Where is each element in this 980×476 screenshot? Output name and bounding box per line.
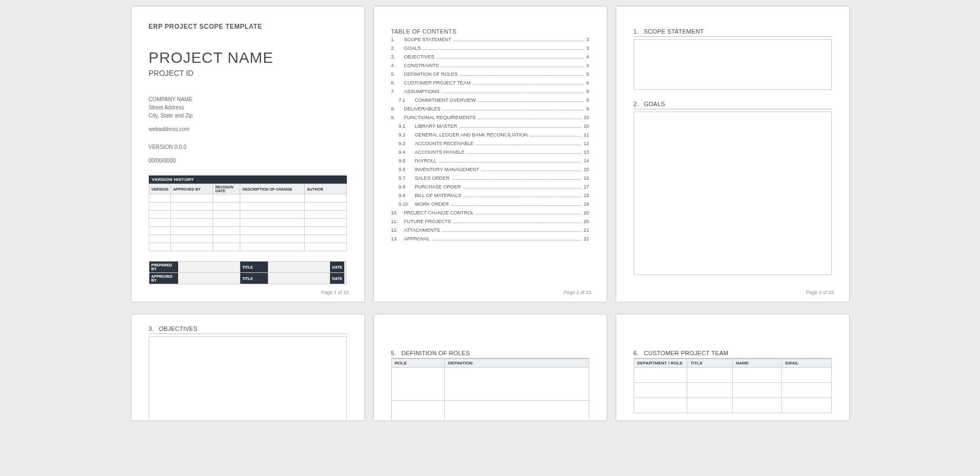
toc-label: FUTURE PROJECTS [404, 219, 451, 224]
toc-leader [463, 188, 582, 188]
page-5-roles: 5. DEFINITION OF ROLES ROLE DEFINITION [374, 315, 607, 420]
toc-entry: 3.OBJECTIVES4 [391, 54, 589, 61]
toc-page: 13 [583, 149, 589, 155]
toc-leader [423, 49, 584, 50]
street-address: Street Address [149, 105, 347, 110]
team-col-name: NAME [732, 359, 781, 368]
toc-number: 9.9 [391, 193, 415, 198]
toc-label: PROJECT CHANGE CONTROL [404, 210, 474, 216]
prepared-date-label: DATE [330, 262, 345, 273]
table-row [634, 398, 831, 413]
approved-title-label: TITLE [240, 273, 268, 284]
toc-number: 9.5 [391, 158, 415, 164]
page-footer: Page 2 of 23 [563, 290, 591, 295]
toc-title: TABLE OF CONTENTS [391, 28, 589, 35]
version-history-title: VERSION HISTORY [149, 175, 347, 184]
toc-page: 15 [583, 167, 589, 172]
toc-leader [437, 58, 584, 58]
toc-entry: 8.DELIVERABLES9 [391, 106, 589, 113]
section-objectives-heading: 3. OBJECTIVES [149, 325, 347, 334]
toc-entry: 1.SCOPE STATEMENT3 [391, 37, 589, 43]
version-history-table: VERSION APPROVED BY REVISION DATE DESCRI… [149, 184, 347, 251]
section-number: 2. [634, 101, 639, 107]
toc-entry: 9.7SALES ORDER16 [391, 175, 589, 182]
toc-number: 9.2 [391, 132, 415, 138]
toc-label: SALES ORDER [415, 175, 450, 181]
toc-leader [453, 223, 582, 223]
roles-table: ROLE DEFINITION [391, 358, 589, 420]
toc-label: GOALS [404, 45, 421, 51]
toc-page: 16 [583, 175, 589, 181]
toc-page: 22 [583, 236, 589, 242]
toc-list: 1.SCOPE STATEMENT32.GOALS33.OBJECTIVES44… [391, 37, 589, 243]
toc-label: INVENTORY MANAGEMENT [415, 167, 479, 172]
table-row [149, 194, 346, 203]
toc-leader [442, 231, 582, 232]
toc-entry: 5.DEFINITION OF ROLES5 [391, 71, 589, 78]
toc-number: 9.8 [391, 184, 415, 190]
page-3-scope-goals: 1. SCOPE STATEMENT 2. GOALS Page 3 of 23 [616, 6, 849, 302]
section-number: 5. [391, 350, 397, 356]
toc-entry: 7.1COMMITMENT OVERVIEW8 [391, 97, 589, 104]
table-row [149, 219, 346, 227]
signoff-table: PREPARED BY TITLE DATE APPROVED BY TITLE… [149, 261, 347, 284]
prepared-by-cell [178, 262, 240, 273]
toc-page: 21 [583, 227, 589, 233]
toc-page: 9 [586, 106, 589, 112]
toc-number: 13. [391, 236, 404, 242]
toc-number: 8. [391, 106, 404, 112]
toc-leader [441, 67, 584, 67]
toc-entry: 9.6INVENTORY MANAGEMENT15 [391, 167, 589, 173]
section-title: CUSTOMER PROJECT TEAM [644, 350, 729, 356]
section-scope-heading: 1. SCOPE STATEMENT [634, 28, 832, 37]
toc-leader [460, 75, 584, 76]
toc-leader [432, 240, 581, 240]
toc-label: FUNCTIONAL REQUIREMENTS [404, 115, 476, 120]
vh-col-desc: DESCRIPTION OF CHANGE [240, 184, 305, 194]
toc-label: COMMITMENT OVERVIEW [415, 97, 476, 103]
toc-entry: 4.CONSTRAINTS4 [391, 63, 589, 69]
page-6-team: 6. CUSTOMER PROJECT TEAM DEPARTMENT / RO… [616, 315, 849, 420]
team-col-title: TITLE [687, 359, 733, 368]
toc-page: 8 [586, 89, 589, 94]
toc-leader [442, 93, 584, 93]
toc-label: PURCHASE ORDER [415, 184, 461, 190]
table-row [149, 203, 346, 211]
page-footer: Page 3 of 23 [806, 290, 833, 295]
toc-leader [453, 41, 584, 41]
toc-label: APPROVAL [404, 236, 430, 242]
toc-leader [482, 171, 582, 171]
cover-title: PROJECT NAME [149, 49, 347, 67]
toc-label: DELIVERABLES [404, 106, 441, 112]
table-row [634, 368, 831, 383]
page-4-objectives: 3. OBJECTIVES [131, 315, 364, 420]
objectives-body-box [149, 336, 347, 420]
cover-subtitle: PROJECT ID [149, 69, 347, 77]
toc-page: 4 [586, 54, 589, 60]
toc-label: SCOPE STATEMENT [404, 37, 451, 42]
toc-label: GENERAL LEDGER AND BANK RECONCILIATION [415, 132, 528, 138]
toc-page: 12 [583, 141, 589, 146]
toc-label: ACCOUNTS PAYABLE [415, 149, 465, 155]
scope-body-box [634, 39, 832, 90]
toc-number: 7. [391, 89, 404, 94]
prepared-title-cell [268, 262, 330, 273]
toc-page: 11 [583, 132, 589, 138]
toc-page: 20 [583, 219, 589, 224]
date-line: 00/00/0000 [149, 158, 347, 164]
section-title: DEFINITION OF ROLES [402, 350, 470, 356]
toc-entry: 11.FUTURE PROJECTS20 [391, 219, 589, 225]
toc-number: 7.1 [391, 97, 415, 103]
vh-col-version: VERSION [149, 184, 171, 194]
toc-leader [478, 101, 584, 102]
toc-number: 10. [391, 210, 404, 216]
toc-page: 10 [583, 115, 589, 120]
table-row [149, 235, 346, 243]
toc-entry: 9.9BILL OF MATERIALS18 [391, 193, 589, 199]
page-2-toc: TABLE OF CONTENTS 1.SCOPE STATEMENT32.GO… [374, 6, 607, 302]
table-row [149, 243, 346, 251]
table-row [391, 368, 589, 401]
toc-page: 19 [583, 201, 589, 207]
toc-number: 9.3 [391, 141, 415, 146]
toc-page: 3 [586, 37, 589, 42]
